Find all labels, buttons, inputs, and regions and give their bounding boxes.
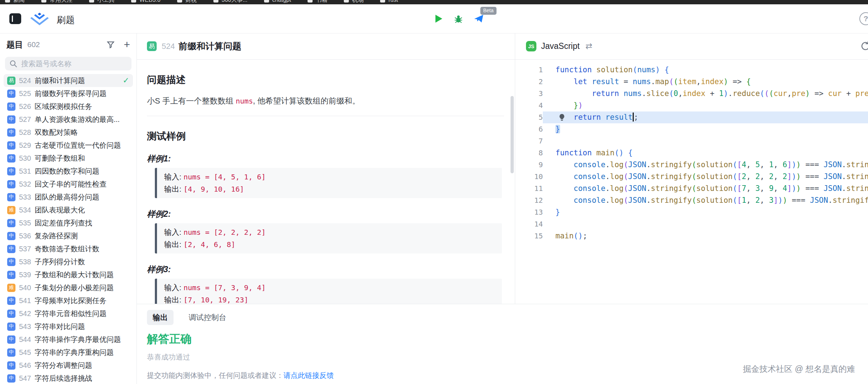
app-header: 刷题 Beta ? — [0, 4, 868, 33]
bookmark-item[interactable]: 新闻 — [5, 0, 25, 4]
add-icon[interactable]: + — [124, 39, 130, 50]
code-line[interactable]: 3 return nums.slice(0,index + 1).reduce(… — [515, 88, 868, 100]
problem-list-item[interactable]: 中537奇数筛选子数组计数 — [4, 242, 133, 255]
code-line[interactable]: 15main(); — [515, 230, 868, 242]
difficulty-icon: 中 — [7, 374, 15, 383]
description-heading: 问题描述 — [147, 73, 504, 86]
difficulty-icon: 中 — [7, 361, 15, 370]
problem-item-title: 字符后续选择挑战 — [34, 374, 92, 383]
bookmarks-bar-row: 新闻常用关注小工具WEB3.0财税360大事...chatgpt书籍机场rust — [5, 0, 398, 4]
search-box[interactable] — [5, 57, 131, 70]
problem-number: 524 — [162, 42, 175, 51]
help-button[interactable]: ? — [859, 12, 868, 25]
problem-item-title: 团队的最高得分问题 — [34, 192, 99, 202]
code-line[interactable]: 14 — [515, 218, 868, 230]
bookmark-favicon — [131, 0, 136, 3]
bookmark-item[interactable]: 书籍 — [308, 0, 327, 4]
juejin-logo[interactable] — [29, 13, 50, 26]
problem-list-item[interactable]: 中544字符串操作字典序最优问题 — [4, 333, 133, 346]
problem-list-item[interactable]: 中528双数配对策略 — [4, 126, 133, 139]
code-line[interactable]: 12 console.log(JSON.stringify(solution([… — [515, 195, 868, 206]
paper-plane-icon — [474, 14, 484, 24]
samples-heading: 测试样例 — [147, 130, 504, 143]
problem-list-item[interactable]: 中529古老硬币位置统一代价问题 — [4, 139, 133, 152]
problem-list-item[interactable]: 中535固定差值序列查找 — [4, 216, 133, 229]
code-line[interactable]: 6} — [515, 123, 868, 135]
problem-item-title: 字符串对比问题 — [34, 322, 85, 332]
problem-list-item[interactable]: 中532回文子串的可能性检查 — [4, 178, 133, 191]
problem-list-item[interactable]: 难540子集划分的最小极差问题 — [4, 281, 133, 294]
problem-list-item[interactable]: 中547字符后续选择挑战 — [4, 372, 133, 384]
code-line[interactable]: 13} — [515, 206, 868, 218]
check-icon: ✓ — [123, 76, 129, 85]
problem-item-title: 子数组和的最大计数问题 — [34, 270, 114, 280]
problem-list-item[interactable]: 中546字符分布调整问题 — [4, 359, 133, 372]
problem-list-item[interactable]: 中541字母频率对比探测任务 — [4, 294, 133, 307]
reset-code-icon[interactable] — [860, 40, 868, 52]
problem-list-item[interactable]: 中533团队的最高得分问题 — [4, 191, 133, 204]
bookmark-item[interactable]: 小工具 — [89, 0, 115, 4]
line-number: 15 — [515, 230, 543, 242]
bookmark-favicon — [344, 0, 349, 3]
line-number: 11 — [515, 183, 543, 195]
sidebar-toggle-button[interactable] — [9, 13, 21, 24]
code-line[interactable]: 2 let result = nums.map((item,index) => … — [515, 76, 868, 88]
code-line[interactable]: 7 — [515, 135, 868, 147]
debug-button[interactable] — [453, 14, 463, 24]
problem-list-item[interactable]: 中543字符串对比问题 — [4, 320, 133, 333]
problem-list-item[interactable]: 中527单人资源收集游戏的最高... — [4, 113, 133, 126]
code-line[interactable]: 9 console.log(JSON.stringify(solution([4… — [515, 159, 868, 171]
output-tab[interactable]: 调试控制台 — [183, 310, 232, 325]
bookmark-item[interactable]: chatgpt — [264, 0, 291, 3]
problem-list-item[interactable]: 中542字符串元音相似性问题 — [4, 307, 133, 320]
problem-list-item[interactable]: 中530可删除子数组和 — [4, 152, 133, 165]
code-line[interactable]: 5 return result; — [515, 111, 868, 123]
problem-list-item[interactable]: 难534团队表现最大化 — [4, 204, 133, 216]
switch-language-icon[interactable]: ⇄ — [585, 41, 592, 51]
problem-item-title: 字符分布调整问题 — [34, 361, 92, 370]
problem-title: 前缀和计算问题 — [179, 40, 241, 52]
code-line[interactable]: 10 console.log(JSON.stringify(solution([… — [515, 171, 868, 183]
problem-list-item[interactable]: 中545字符串的字典序重构问题 — [4, 346, 133, 359]
bookmark-item[interactable]: 常用关注 — [41, 0, 73, 4]
search-icon — [9, 60, 17, 68]
sample: 样例2:输入: nums = [2, 2, 2, 2]输出: [2, 4, 6,… — [147, 209, 504, 253]
problem-list-item[interactable]: 中525前缀数列平衡探寻问题 — [4, 87, 133, 100]
line-number: 10 — [515, 171, 543, 183]
code-line[interactable]: 4 }) — [515, 100, 868, 111]
run-button[interactable] — [434, 14, 443, 24]
line-number: 12 — [515, 195, 543, 206]
vertical-scrollbar[interactable] — [511, 96, 514, 173]
code-area[interactable]: 1function solution(nums) {2 let result =… — [515, 60, 868, 242]
difficulty-icon: 中 — [7, 335, 15, 344]
line-number: 13 — [515, 206, 543, 218]
bookmark-item[interactable]: 机场 — [344, 0, 364, 4]
line-number: 7 — [515, 135, 543, 147]
sample: 样例1:输入: nums = [4, 5, 1, 6]输出: [4, 9, 10… — [147, 154, 504, 198]
problem-list-item[interactable]: 中536复杂路径探测 — [4, 229, 133, 242]
code-line[interactable]: 8function main() { — [515, 147, 868, 159]
problem-list-item[interactable]: 易524前缀和计算问题✓ — [4, 74, 133, 87]
code-line[interactable]: 11 console.log(JSON.stringify(solution([… — [515, 183, 868, 195]
line-number: 4 — [515, 100, 543, 111]
problem-item-number: 542 — [19, 310, 31, 318]
content-column: 易 524 前缀和计算问题 问题描述 小S 手上有一个整数数组 nums, 他希… — [137, 33, 868, 384]
problem-list-item[interactable]: 中539子数组和的最大计数问题 — [4, 268, 133, 281]
problem-list-item[interactable]: 中538子序列得分计数 — [4, 255, 133, 268]
problem-item-title: 团队表现最大化 — [34, 205, 85, 215]
problem-list-item[interactable]: 中526区域探测模拟任务 — [4, 100, 133, 113]
problem-item-number: 544 — [19, 335, 31, 344]
submit-button[interactable]: Beta — [474, 14, 484, 24]
bookmark-item[interactable]: WEB3.0 — [131, 0, 161, 3]
code-line[interactable]: 1function solution(nums) { — [515, 64, 868, 76]
lightbulb-icon[interactable] — [558, 113, 566, 121]
bookmark-item[interactable]: 财税 — [177, 0, 197, 4]
bookmark-item[interactable]: 360大事... — [213, 0, 248, 4]
search-input[interactable] — [20, 59, 127, 68]
filter-icon[interactable] — [106, 40, 115, 49]
output-tab[interactable]: 输出 — [147, 310, 174, 325]
feedback-link[interactable]: 请点此链接反馈 — [283, 371, 334, 379]
bookmark-item[interactable]: rust — [380, 0, 398, 3]
problem-list-item[interactable]: 中531四因数的数字和问题 — [4, 165, 133, 178]
watermark: 掘金技术社区 @ 想名是真的难 — [743, 364, 855, 375]
